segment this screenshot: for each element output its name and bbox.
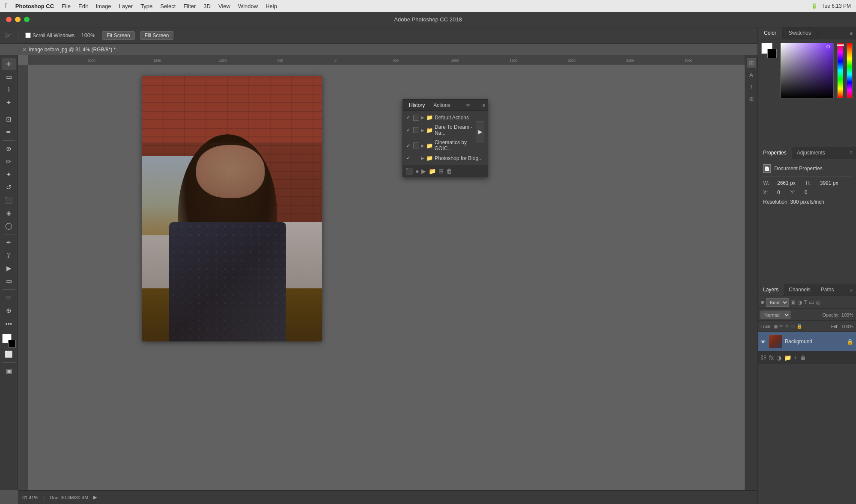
heal-tool[interactable]: ⊕ [2, 143, 16, 155]
menu-3d[interactable]: 3D [203, 3, 211, 9]
scroll-all-checkbox[interactable]: Scroll All Windows [25, 33, 75, 39]
action-expand-2[interactable]: ▶ [421, 143, 424, 148]
scroll-all-input[interactable] [25, 33, 31, 38]
action-expand-0[interactable]: ▶ [421, 115, 424, 120]
layer-delete-icon[interactable]: 🗑 [800, 354, 806, 361]
folder-icon[interactable]: 📁 [429, 168, 436, 175]
action-expand-1[interactable]: ▶ [421, 128, 424, 133]
hue-slider[interactable] [837, 43, 843, 98]
delete-action-icon[interactable]: 🗑 [446, 168, 452, 175]
layer-background[interactable]: 👁 Background 🔒 [758, 332, 856, 351]
properties-tab[interactable]: Properties [758, 147, 792, 159]
menu-view[interactable]: View [218, 3, 230, 9]
maximize-button[interactable] [24, 17, 30, 22]
new-item-icon[interactable]: ⬛ [406, 168, 413, 175]
actions-tab[interactable]: Actions [430, 101, 453, 110]
menu-image[interactable]: Image [95, 3, 111, 9]
shape-tool[interactable]: ▭ [2, 275, 16, 287]
menu-edit[interactable]: Edit [78, 3, 88, 9]
canvas-area[interactable]: -2000 -1500 -1000 -500 0 500 1000 1500 2… [18, 55, 758, 490]
menu-layer[interactable]: Layer [119, 3, 133, 9]
menu-window[interactable]: Window [238, 3, 258, 9]
magic-wand-tool[interactable]: ✦ [2, 97, 16, 109]
panel-icon-4[interactable]: ⊕ [747, 94, 756, 104]
fill-value[interactable]: 100% [841, 324, 853, 329]
color-tab[interactable]: Color [758, 27, 783, 39]
lock-transparent-icon[interactable]: ▣ [773, 323, 778, 329]
layer-group-icon[interactable]: 📁 [784, 354, 791, 361]
menu-filter[interactable]: Filter [183, 3, 196, 9]
properties-panel-menu[interactable]: ≡ [846, 147, 856, 159]
background-color[interactable] [8, 340, 16, 347]
type-filter-icon[interactable]: T [804, 299, 807, 305]
action-expand-3[interactable]: ▶ [421, 156, 424, 160]
lock-artboard-icon[interactable]: ▭ [790, 323, 795, 329]
save-group-icon[interactable]: ⊞ [438, 168, 444, 175]
quick-mask-button[interactable]: ⬜ [2, 348, 16, 360]
menu-file[interactable]: File [62, 3, 71, 9]
swatches-tab[interactable]: Swatches [783, 27, 817, 39]
opacity-value[interactable]: 100% [841, 312, 853, 317]
menu-type[interactable]: Type [140, 3, 152, 9]
fit-screen-button[interactable]: Fit Screen [102, 31, 135, 40]
action-item-0[interactable]: ✓ ▶ 📁 Default Actions [403, 113, 488, 122]
background-swatch[interactable] [767, 49, 777, 58]
pen-tool[interactable]: ✒ [2, 237, 16, 249]
layers-tab[interactable]: Layers [758, 284, 784, 296]
blend-mode-select[interactable]: Normal [761, 311, 790, 319]
paths-tab[interactable]: Paths [816, 284, 839, 296]
hand-tool[interactable]: ☞ [2, 292, 16, 304]
gradient-tool[interactable]: ◈ [2, 207, 16, 219]
close-tab-icon[interactable]: × [23, 46, 26, 53]
panel-expand-icon[interactable]: ≫ [465, 102, 471, 108]
panel-menu-icon[interactable]: ≡ [483, 103, 485, 108]
arrangement-icon[interactable]: ⊞ [747, 58, 756, 68]
adjustments-tab[interactable]: Adjustments [792, 147, 830, 159]
lock-all-icon[interactable]: 🔒 [796, 323, 802, 329]
spectrum-strip[interactable] [847, 43, 853, 98]
menu-select[interactable]: Select [160, 3, 176, 9]
history-tab[interactable]: History [406, 101, 428, 110]
brush-tool[interactable]: ✏ [2, 156, 16, 168]
lock-move-icon[interactable]: ✛ [785, 323, 789, 329]
zoom-tool[interactable]: ⊕ [2, 305, 16, 317]
channels-tab[interactable]: Channels [784, 284, 816, 296]
menu-help[interactable]: Help [265, 3, 277, 9]
history-brush-tool[interactable]: ↺ [2, 181, 16, 193]
layers-panel-menu[interactable]: ≡ [846, 284, 856, 296]
stop-icon[interactable]: ● [415, 168, 419, 175]
pixel-filter-icon[interactable]: ▣ [790, 299, 796, 305]
play-button[interactable]: ▶ [476, 121, 484, 142]
dodge-tool[interactable]: ◯ [2, 220, 16, 232]
eraser-tool[interactable]: ⬛ [2, 194, 16, 206]
action-item-1[interactable]: ✓ ▶ 📁 Dare To Dream - Na... [403, 122, 488, 138]
select-rect-tool[interactable]: ▭ [2, 71, 16, 83]
action-item-2[interactable]: ✓ ▶ 📁 Cinematics by GOIC... [403, 138, 488, 153]
adjustment-filter-icon[interactable]: ◑ [797, 299, 802, 305]
color-gradient-picker[interactable] [780, 43, 834, 98]
layer-new-icon[interactable]: + [794, 354, 797, 361]
eyedropper-tool[interactable]: ✒ [2, 126, 16, 138]
text-tool[interactable]: T [2, 249, 16, 261]
crop-tool[interactable]: ⊡ [2, 113, 16, 125]
lasso-tool[interactable]: ⌇ [2, 84, 16, 96]
move-tool[interactable]: ✛ [2, 58, 16, 70]
layer-mask-icon[interactable]: ◑ [776, 354, 781, 361]
screen-mode-button[interactable]: ▣ [2, 365, 16, 377]
color-panel-menu[interactable]: ≡ [846, 27, 856, 39]
record-icon[interactable]: ▶ [421, 168, 426, 175]
panel-icon-2[interactable]: A [747, 70, 756, 80]
panel-icon-3[interactable]: I [747, 82, 756, 92]
kind-select[interactable]: Kind [766, 298, 789, 307]
path-select-tool[interactable]: ▶ [2, 262, 16, 274]
more-tools-button[interactable]: ••• [2, 317, 16, 329]
action-item-3[interactable]: ✓ ▶ 📁 Photoshop for Blog... [403, 153, 488, 163]
layer-effect-icon[interactable]: fx [769, 354, 774, 361]
smart-filter-icon[interactable]: ◎ [816, 299, 820, 305]
layer-link-icon[interactable]: ⛓ [761, 354, 767, 361]
visibility-eye-icon[interactable]: 👁 [761, 338, 766, 345]
lock-paint-icon[interactable]: ✏ [779, 323, 783, 329]
more-status-icon[interactable]: ▶ [93, 495, 97, 500]
clone-tool[interactable]: ✦ [2, 169, 16, 181]
minimize-button[interactable] [15, 17, 21, 22]
